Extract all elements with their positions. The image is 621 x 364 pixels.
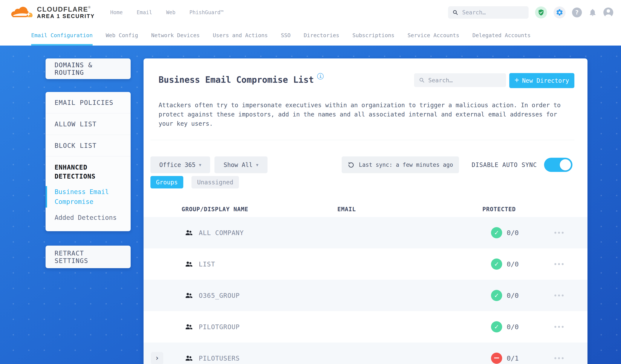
tab-subscriptions[interactable]: Subscriptions — [352, 25, 395, 46]
row-menu-button[interactable] — [554, 232, 564, 234]
protected-status-icon — [491, 227, 502, 238]
group-name: PILOTGROUP — [199, 323, 240, 331]
top-nav-phishguard[interactable]: PhishGuard™ — [190, 9, 224, 16]
table-body: ALL COMPANY 0/0 LIST 0/0 — [143, 217, 587, 364]
protected-count: 0/0 — [507, 229, 519, 237]
directory-select-value: Office 365 — [159, 161, 195, 169]
group-icon — [184, 354, 193, 362]
notifications-button[interactable] — [588, 8, 597, 17]
protected-status-icon — [491, 321, 502, 332]
auto-sync-label: DISABLE AUTO SYNC — [472, 156, 537, 173]
page-description: Attackers often try to impersonate execu… — [159, 101, 570, 128]
sidebar: DOMAINS & ROUTING EMAIL POLICIES ALLOW L… — [46, 58, 131, 268]
table-row[interactable]: O365_GROUP 0/0 — [143, 280, 587, 311]
sidebar-item-block-list[interactable]: BLOCK LIST — [46, 135, 131, 156]
toggle-knob — [560, 159, 571, 170]
brand-tagline: AREA 1 SECURITY — [37, 13, 95, 19]
column-email: EMAIL — [337, 206, 356, 212]
refresh-icon — [347, 161, 355, 169]
new-directory-label: New Directory — [522, 77, 569, 84]
tab-network-devices[interactable]: Network Devices — [151, 25, 200, 46]
brand-text: CLOUDFLARE® AREA 1 SECURITY — [37, 6, 95, 19]
last-sync-text: Last sync: a few minutes ago — [359, 162, 453, 168]
directory-select[interactable]: Office 365 — [150, 156, 210, 173]
group-name: PILOTUSERS — [199, 355, 240, 362]
sidebar-item-enhanced-detections[interactable]: ENHANCED DETECTIONS — [54, 163, 122, 181]
info-icon[interactable]: i — [317, 73, 324, 80]
sidebar-item-allow-list[interactable]: ALLOW LIST — [46, 113, 131, 135]
show-filter-value: Show All — [224, 161, 253, 169]
row-menu-button[interactable] — [554, 295, 564, 296]
plus-icon: + — [515, 76, 519, 84]
registered-mark: ® — [88, 6, 91, 9]
gear-icon — [556, 9, 563, 16]
sidebar-item-added-detections[interactable]: Added Detections — [54, 213, 122, 223]
cloudflare-logo[interactable]: CLOUDFLARE® AREA 1 SECURITY — [11, 6, 95, 19]
global-search-input[interactable]: Search… — [448, 6, 529, 19]
sidebar-item-domains-routing[interactable]: DOMAINS & ROUTING — [46, 58, 131, 79]
auto-sync-toggle[interactable] — [544, 158, 572, 172]
shield-check-icon — [537, 9, 545, 16]
search-icon — [419, 77, 425, 83]
group-name: ALL COMPANY — [199, 229, 244, 237]
sidebar-item-business-email-compromise[interactable]: Business Email Compromise — [54, 187, 122, 207]
top-nav-email[interactable]: Email — [137, 9, 152, 16]
row-menu-button[interactable] — [554, 357, 564, 359]
column-protected: PROTECTED — [483, 206, 516, 212]
sidebar-item-email-policies[interactable]: EMAIL POLICIES — [46, 92, 131, 113]
top-header: CLOUDFLARE® AREA 1 SECURITY Home Email W… — [0, 0, 621, 25]
table-row[interactable]: LIST 0/0 — [143, 248, 587, 280]
view-tabs: Groups Unassigned — [150, 176, 239, 189]
content-area: DOMAINS & ROUTING EMAIL POLICIES ALLOW L… — [0, 46, 621, 364]
column-group-display-name: GROUP/DISPLAY NAME — [182, 206, 248, 212]
expand-chevron-button[interactable] — [151, 352, 163, 364]
new-directory-button[interactable]: + New Directory — [509, 73, 574, 88]
tab-directories[interactable]: Directories — [304, 25, 339, 46]
protected-count: 0/0 — [507, 292, 519, 299]
protected-status-icon — [491, 290, 502, 301]
brand-name: CLOUDFLARE — [37, 6, 88, 13]
tab-delegated-accounts[interactable]: Delegated Accounts — [472, 25, 531, 46]
list-search-input[interactable]: Search… — [414, 73, 506, 87]
secondary-nav: Email Configuration Web Config Network D… — [0, 25, 621, 46]
protected-status-icon — [491, 259, 502, 270]
sidebar-item-retract-settings[interactable]: RETRACT SETTINGS — [46, 246, 131, 268]
tab-web-config[interactable]: Web Config — [106, 25, 138, 46]
tab-sso[interactable]: SSO — [281, 25, 291, 46]
show-filter-select[interactable]: Show All — [214, 156, 268, 173]
search-icon — [452, 9, 458, 16]
protected-status-icon — [491, 353, 502, 364]
cloudflare-cloud-icon — [11, 6, 34, 19]
user-avatar-button[interactable] — [603, 8, 613, 17]
table-row[interactable]: ALL COMPANY 0/0 — [143, 217, 587, 248]
security-status-button[interactable] — [535, 6, 547, 18]
top-nav-web[interactable]: Web — [166, 9, 175, 16]
group-icon — [184, 260, 193, 268]
group-icon — [184, 323, 193, 331]
group-icon — [184, 292, 193, 299]
group-name: LIST — [199, 260, 215, 268]
title-row: Business Email Compromise List i — [159, 75, 324, 85]
last-sync-button[interactable]: Last sync: a few minutes ago — [342, 156, 459, 173]
main-panel: Business Email Compromise List i Search…… — [143, 58, 587, 364]
global-search-placeholder: Search… — [462, 9, 486, 16]
table-row[interactable]: PILOTGROUP 0/0 — [143, 311, 587, 343]
top-nav: Home Email Web PhishGuard™ — [110, 9, 224, 16]
header-right: Search… — [448, 6, 613, 19]
tab-groups[interactable]: Groups — [150, 176, 183, 189]
tab-unassigned[interactable]: Unassigned — [191, 176, 239, 189]
row-menu-button[interactable] — [554, 326, 564, 328]
help-button[interactable] — [572, 8, 582, 17]
app-window: CLOUDFLARE® AREA 1 SECURITY Home Email W… — [0, 0, 621, 364]
settings-button[interactable] — [553, 6, 566, 18]
tab-users-and-actions[interactable]: Users and Actions — [213, 25, 268, 46]
tab-service-accounts[interactable]: Service Accounts — [408, 25, 459, 46]
group-icon — [184, 229, 193, 237]
tab-email-configuration[interactable]: Email Configuration — [31, 25, 93, 46]
top-nav-home[interactable]: Home — [110, 9, 123, 16]
page-title: Business Email Compromise List — [159, 75, 314, 85]
group-name: O365_GROUP — [199, 292, 240, 299]
row-menu-button[interactable] — [554, 263, 564, 265]
table-row[interactable]: PILOTUSERS 0/1 — [143, 343, 587, 364]
protected-count: 0/1 — [507, 354, 519, 362]
